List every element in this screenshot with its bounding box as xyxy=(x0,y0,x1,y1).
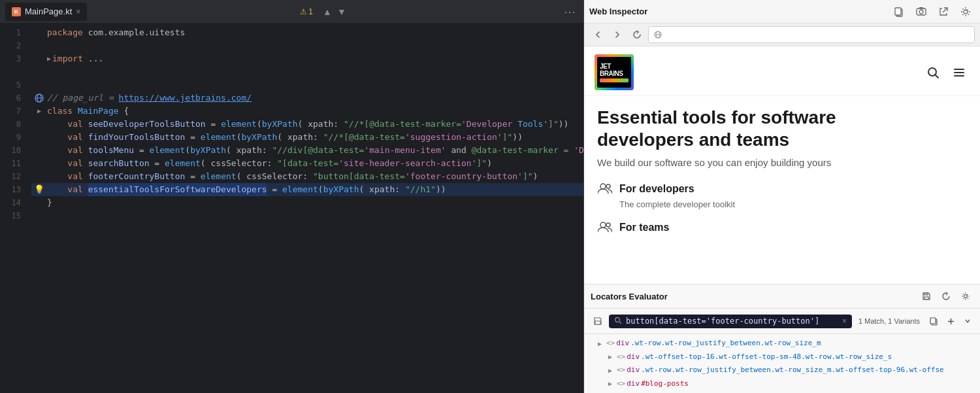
code-line-12: val footerCountryButton = element ( cssS… xyxy=(31,170,583,183)
tab-close-button[interactable]: × xyxy=(76,8,80,16)
dom-row-4[interactable]: ▶ <> div #blog-posts xyxy=(600,377,980,391)
bulb-icon[interactable]: 💡 xyxy=(34,183,44,196)
dom-row-1[interactable]: ▶ <> div .wt-row.wt-row_justify_between.… xyxy=(589,337,980,350)
editor-menu-button[interactable]: ⋯ xyxy=(561,5,578,19)
fold-arrow-3[interactable]: ▶ xyxy=(47,52,51,65)
line-num-14: 14 xyxy=(0,196,21,209)
line-num-3: 3 xyxy=(0,52,21,65)
jb-text-jet: JET xyxy=(600,63,611,70)
svg-rect-25 xyxy=(595,321,600,324)
editor-content: 1 2 3 5 6 7 8 9 10 11 12 13 14 15 packag… xyxy=(0,24,583,393)
line-num-5: 5 xyxy=(0,78,21,92)
svg-point-13 xyxy=(928,68,936,76)
line-num-8: 8 xyxy=(0,118,21,131)
tab-file-icon: K xyxy=(12,7,21,16)
svg-rect-22 xyxy=(924,297,928,299)
code-line-5 xyxy=(31,78,583,92)
line-num-2: 2 xyxy=(0,39,21,52)
code-line-1: package com.example.uitests xyxy=(31,26,583,39)
code-line-3: ▶ import ... xyxy=(31,52,583,65)
locator-input-wrapper[interactable]: button[data-test='footer-country-button'… xyxy=(609,315,852,328)
inspector-detach-btn[interactable] xyxy=(934,3,953,21)
locator-input-row: button[data-test='footer-country-button'… xyxy=(584,309,980,334)
line-numbers: 1 2 3 5 6 7 8 9 10 11 12 13 14 15 xyxy=(0,24,26,393)
hero-subtitle: We build our software so you can enjoy b… xyxy=(597,157,967,168)
editor-tab-mainpage[interactable]: K MainPage.kt × xyxy=(5,3,87,21)
hero-title: Essential tools for software developers … xyxy=(597,107,967,150)
code-area[interactable]: package com.example.uitests ▶ import ... xyxy=(26,24,583,393)
line-num-15: 15 xyxy=(0,209,21,222)
warning-count: 1 xyxy=(308,7,313,16)
code-line-10: val toolsMenu = element ( byXPath ( xpat… xyxy=(31,144,583,157)
svg-point-24 xyxy=(964,295,968,298)
code-line-7: ▶ class MainPage { xyxy=(31,105,583,118)
dom-arrow-3[interactable]: ▶ xyxy=(605,366,615,375)
editor-panel: K MainPage.kt × ⚠ 1 ▲ ▼ ⋯ 1 2 3 5 6 7 xyxy=(0,0,583,393)
inspector-toolbar: Web Inspector xyxy=(584,0,980,24)
code-line-2 xyxy=(31,39,583,52)
locator-add-btn[interactable] xyxy=(943,314,958,328)
locators-panel: Locators Evaluator xyxy=(584,284,980,393)
line-num-10: 10 xyxy=(0,144,21,157)
nav-forward-btn[interactable] xyxy=(609,26,626,43)
code-line-8: val seeDevelo​perToolsButton = element (… xyxy=(31,118,583,131)
locators-settings-btn[interactable] xyxy=(958,288,973,304)
jetbrains-logo: JET BRAINS xyxy=(595,54,634,90)
svg-rect-4 xyxy=(895,8,901,15)
menu-icon-btn[interactable] xyxy=(949,62,970,83)
code-line-9: val findYourToolsButton = element ( byXP… xyxy=(31,131,583,144)
locators-save-btn[interactable] xyxy=(919,288,934,304)
search-icon-btn[interactable] xyxy=(923,62,943,83)
developers-icon xyxy=(597,181,613,197)
main-content-area: Essential tools for software developers … xyxy=(584,96,980,284)
locators-refresh-btn[interactable] xyxy=(938,288,954,304)
code-line-14: } xyxy=(31,196,583,209)
tab-filename: MainPage.kt xyxy=(25,7,72,16)
code-line-13: 💡 val essentialToolsForSoftwareDeveloper… xyxy=(31,183,583,196)
line-num-13: 13 xyxy=(0,183,21,196)
jb-text-brains: BRAINS xyxy=(600,70,623,77)
dom-arrow-2[interactable]: ▶ xyxy=(605,352,615,362)
warning-badge: ⚠ 1 xyxy=(300,7,313,16)
dom-arrow-4[interactable]: ▶ xyxy=(605,379,615,388)
section-for-developers[interactable]: For developers xyxy=(597,181,967,197)
section-for-teams-title: For teams xyxy=(619,222,669,233)
svg-rect-7 xyxy=(919,7,923,9)
svg-line-14 xyxy=(936,75,938,78)
jb-logo-bar xyxy=(600,78,629,82)
teams-icon xyxy=(597,220,613,235)
locator-save-small-btn[interactable] xyxy=(589,313,606,330)
warning-next-btn[interactable]: ▼ xyxy=(335,5,348,18)
line-num-4 xyxy=(0,65,21,78)
section-for-teams[interactable]: For teams xyxy=(597,220,967,235)
jetbrains-logo-inner: JET BRAINS xyxy=(597,57,631,88)
browser-content: JET BRAINS Essential tools for software … xyxy=(584,46,980,393)
warning-prev-btn[interactable]: ▲ xyxy=(321,5,334,18)
svg-point-19 xyxy=(606,184,610,188)
inspector-copy-btn[interactable] xyxy=(890,3,908,21)
dom-row-3[interactable]: ▶ <> div .wt-row.wt-row_justify_between.… xyxy=(600,364,980,377)
locators-header: Locators Evaluator xyxy=(584,284,980,309)
nav-back-btn[interactable] xyxy=(589,26,606,43)
globe-icon xyxy=(34,93,44,103)
locator-input-text: button[data-test='footer-country-button'… xyxy=(626,316,838,326)
inspector-title: Web Inspector xyxy=(589,7,886,16)
warning-icon: ⚠ xyxy=(300,7,307,16)
nav-refresh-btn[interactable] xyxy=(629,26,645,43)
locator-dropdown-btn[interactable] xyxy=(960,314,975,328)
svg-point-18 xyxy=(600,184,606,189)
svg-rect-29 xyxy=(930,318,936,324)
locator-copy-btn[interactable] xyxy=(926,314,941,328)
editor-tab-bar: K MainPage.kt × ⚠ 1 ▲ ▼ ⋯ xyxy=(0,0,583,24)
inspector-settings-btn[interactable] xyxy=(956,3,975,21)
inspector-screenshot-btn[interactable] xyxy=(912,3,930,21)
locator-clear-btn[interactable]: × xyxy=(842,316,847,326)
dom-arrow-1[interactable]: ▶ xyxy=(595,339,605,349)
inspector-panel: Web Inspector xyxy=(583,0,980,393)
locators-title: Locators Evaluator xyxy=(591,292,915,301)
dom-row-2[interactable]: ▶ <> div .wt-offset-top-16.wt-offset-top… xyxy=(600,350,980,364)
svg-line-8 xyxy=(943,8,947,12)
fold-arrow-7[interactable]: ▶ xyxy=(37,105,41,118)
locator-search-icon xyxy=(614,316,622,326)
header-icons xyxy=(923,62,970,83)
